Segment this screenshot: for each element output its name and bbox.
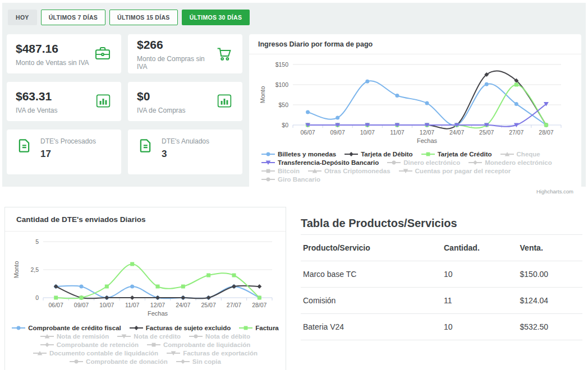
legend-item-label: Cuentas por pagar del receptor: [415, 168, 511, 174]
legend-item-label: Comprobante de retención: [57, 341, 139, 348]
kpi-card-ventas: $487.16 Monto de Ventas sin IVA: [7, 34, 121, 73]
svg-text:$50: $50: [278, 101, 288, 108]
svg-text:5: 5: [35, 238, 39, 245]
legend-marker-icon: [261, 177, 275, 182]
legend-marker-icon: [70, 359, 83, 364]
legend-marker-icon: [308, 168, 321, 174]
legend-item[interactable]: Comprobante de retención: [40, 341, 139, 348]
filter-button-7-dias[interactable]: ÚLTIMOS 7 DÍAS: [41, 10, 105, 25]
legend-marker-icon: [147, 342, 160, 348]
legend-item[interactable]: Dinero electrónico: [387, 159, 460, 166]
legend-item[interactable]: Nota de crédito: [117, 333, 181, 340]
legend-item[interactable]: Tarjeta de Débito: [344, 151, 412, 158]
dte-chart-card: Cantidad de DTE's enviados Diarios 02,55…: [4, 207, 286, 370]
svg-text:Monto: Monto: [259, 86, 266, 104]
legend-item[interactable]: Monedero electrónico: [468, 159, 552, 166]
dte-card-procesados: DTE's Procesados 17: [7, 130, 121, 174]
products-table-panel: Tabla de Productos/Servicios Producto/Se…: [286, 207, 588, 370]
legend-item[interactable]: Factura: [239, 325, 279, 331]
legend-item[interactable]: Comprobante de donación: [70, 358, 168, 365]
legend-marker-icon: [500, 151, 514, 157]
legend-marker-icon: [261, 168, 275, 174]
kpi-card-iva-compras: $0 IVA de Compras: [128, 82, 242, 121]
dte-card-anulados: DTE's Anulados 3: [128, 130, 242, 174]
legend-item[interactable]: Nota de débito: [189, 333, 250, 340]
legend-item[interactable]: Comprobante de crédito fiscal: [12, 325, 121, 331]
legend-item[interactable]: Comprobante de liquidación: [147, 341, 250, 348]
table-cell: 10: [442, 261, 518, 288]
legend-marker-icon: [468, 160, 482, 165]
kpi-value-iva-ventas: $63.31: [16, 90, 58, 103]
svg-text:$100: $100: [275, 81, 289, 88]
chart-svg: $0$50$100$15006/0709/0710/0711/0712/0724…: [257, 59, 569, 147]
legend-item-label: Comprobante de liquidación: [163, 341, 250, 348]
legend-item[interactable]: Documento contable de liquidación: [33, 350, 158, 357]
highcharts-credit[interactable]: Highcharts.com: [249, 184, 581, 199]
legend-item[interactable]: Billetes y monedas: [261, 151, 336, 158]
svg-text:24/07: 24/07: [449, 129, 464, 136]
svg-text:27/07: 27/07: [509, 129, 523, 136]
legend-item[interactable]: Bitcoin: [261, 168, 300, 174]
svg-text:10/07: 10/07: [99, 302, 114, 308]
svg-text:24/07: 24/07: [176, 302, 190, 308]
legend-item[interactable]: Tarjeta de Crédito: [421, 151, 492, 158]
legend-item-label: Cheque: [517, 151, 540, 158]
legend-item-label: Transferencia-Depósito Bancario: [278, 159, 379, 166]
dte-value-anulados: 3: [162, 149, 209, 160]
filter-button-hoy[interactable]: HOY: [8, 10, 37, 25]
dte-line-chart[interactable]: 02,5506/0709/0710/0711/0712/0724/0725/07…: [5, 232, 286, 322]
svg-text:06/07: 06/07: [49, 302, 63, 308]
dte-chart-legend: Comprobante de crédito fiscalFacturas de…: [5, 322, 286, 367]
svg-text:12/07: 12/07: [420, 129, 434, 136]
legend-item-label: Otras Criptomonedas: [324, 168, 391, 174]
legend-item-label: Nota de remisión: [57, 333, 109, 340]
legend-item-label: Sin copia: [192, 358, 221, 365]
bar-chart-icon: [215, 92, 233, 112]
table-cell: Marco base TC: [301, 261, 442, 288]
payment-chart-legend: Billetes y monedasTarjeta de DébitoTarje…: [249, 150, 581, 184]
legend-item[interactable]: Cheque: [500, 151, 540, 158]
legend-item[interactable]: Facturas de exportación: [167, 350, 258, 357]
legend-marker-icon: [387, 160, 401, 165]
legend-item-label: Comprobante de crédito fiscal: [28, 325, 121, 331]
table-cell: 10: [442, 314, 518, 340]
products-table-title: Tabla de Productos/Servicios: [301, 217, 582, 230]
products-table: Producto/ServicioCantidad.Venta. Marco b…: [301, 234, 582, 340]
kpi-value-iva-compras: $0: [137, 90, 185, 103]
table-header-cell: Producto/Servicio: [301, 235, 442, 261]
table-row: Comisión11$124.04: [301, 288, 582, 314]
legend-item-label: Giro Bancario: [278, 176, 320, 183]
legend-item[interactable]: Nota de remisión: [40, 333, 109, 340]
filter-button-30-dias[interactable]: ÚLTIMOS 30 DÍAS: [182, 10, 250, 25]
legend-marker-icon: [261, 160, 275, 165]
legend-marker-icon: [239, 325, 252, 331]
document-icon: [16, 137, 33, 156]
legend-item-label: Dinero electrónico: [403, 159, 460, 166]
legend-item[interactable]: Transferencia-Depósito Bancario: [261, 159, 379, 166]
legend-item-label: Tarjeta de Crédito: [438, 151, 492, 158]
svg-text:Fechas: Fechas: [417, 137, 438, 144]
table-header-cell: Venta.: [518, 235, 582, 261]
legend-item-label: Monedero electrónico: [485, 159, 552, 166]
table-cell: $150.00: [518, 261, 582, 288]
legend-item[interactable]: Cuentas por pagar del receptor: [399, 168, 511, 174]
briefcase-icon: [93, 44, 112, 65]
table-cell: Bateria V24: [301, 314, 442, 340]
payment-line-chart[interactable]: $0$50$100$15006/0709/0710/0711/0712/0724…: [249, 54, 581, 150]
table-cell: Comisión: [301, 288, 442, 314]
legend-item[interactable]: Giro Bancario: [261, 176, 320, 183]
legend-item-label: Facturas de sujeto excluido: [146, 325, 231, 331]
kpi-card-compras: $266 Monto de Compras sin IVA: [128, 34, 242, 73]
payment-chart-title: Ingresos Diario por forma de pago: [249, 34, 581, 54]
filter-button-15-dias[interactable]: ÚLTIMOS 15 DÍAS: [109, 10, 178, 25]
legend-marker-icon: [344, 151, 358, 157]
legend-item[interactable]: Facturas de sujeto excluido: [130, 325, 231, 331]
legend-item[interactable]: Sin copia: [176, 358, 221, 365]
legend-item-label: Documento contable de liquidación: [49, 350, 158, 357]
legend-marker-icon: [261, 151, 275, 157]
legend-marker-icon: [130, 325, 143, 331]
dte-label-anulados: DTE's Anulados: [162, 137, 209, 145]
svg-text:2,5: 2,5: [30, 266, 39, 273]
legend-item-label: Bitcoin: [278, 168, 300, 174]
legend-item[interactable]: Otras Criptomonedas: [308, 168, 391, 174]
